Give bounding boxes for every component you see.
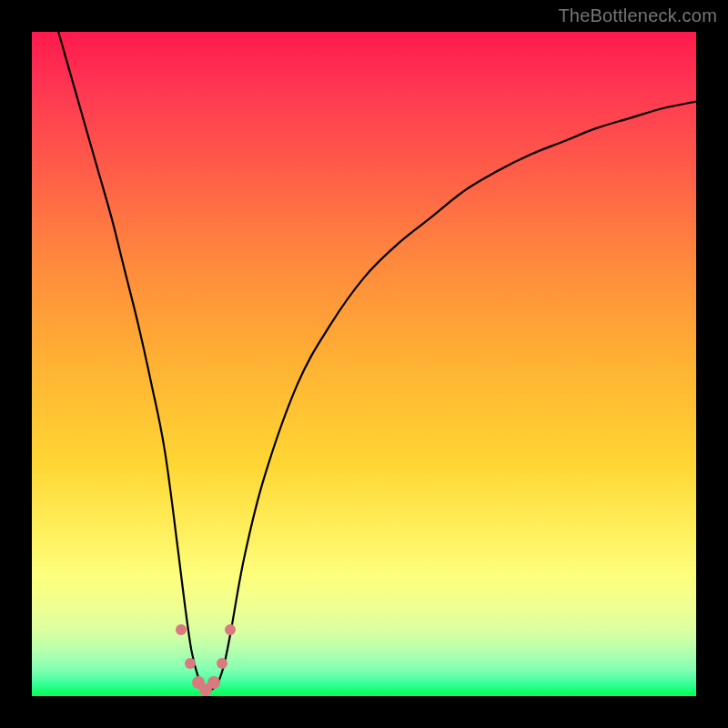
data-marker — [185, 658, 196, 669]
data-marker — [217, 658, 228, 669]
plot-area — [32, 32, 696, 696]
curve-svg — [32, 32, 696, 696]
chart-frame: TheBottleneck.com — [0, 0, 728, 728]
watermark-text: TheBottleneck.com — [558, 5, 717, 26]
data-marker — [225, 624, 236, 635]
bottleneck-curve — [58, 32, 696, 691]
